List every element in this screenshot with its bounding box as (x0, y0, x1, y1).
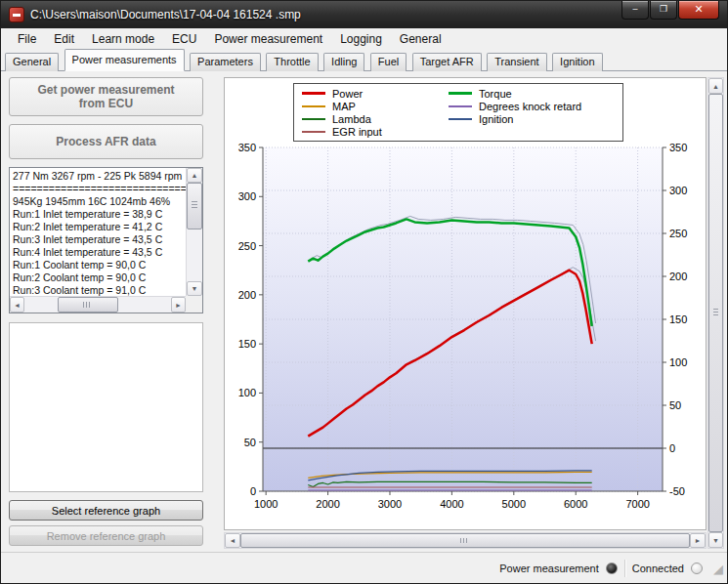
tab-transient[interactable]: Transient (487, 53, 546, 71)
info-line: Run:3 Coolant temp = 91,0 C (13, 284, 183, 296)
scroll-left-icon[interactable]: ◄ (225, 533, 240, 548)
legend-label: Degrees knock retard (479, 101, 581, 112)
menu-edit[interactable]: Edit (45, 30, 83, 48)
legend-item-map: MAP (302, 100, 435, 112)
legend-label: MAP (332, 101, 356, 112)
notes-box[interactable] (9, 322, 203, 492)
power-line-swatch (302, 92, 325, 95)
measurement-info-text: 277 Nm 3267 rpm - 225 Pk 5894 rpm ======… (10, 168, 186, 296)
menu-logging[interactable]: Logging (331, 30, 391, 48)
scroll-down-icon[interactable]: ▼ (187, 281, 202, 296)
tab-fuel[interactable]: Fuel (370, 53, 407, 71)
tab-throttle[interactable]: Throttle (266, 53, 318, 71)
maximize-button[interactable]: ❐ (650, 1, 677, 20)
chart-horizontal-scrollbar[interactable]: ◄ ► (224, 532, 707, 549)
tab-general[interactable]: General (5, 53, 59, 71)
remove-reference-graph-button[interactable]: Remove reference graph (9, 525, 203, 546)
tab-parameters[interactable]: Parameters (190, 53, 261, 71)
scrollbar-thumb[interactable] (187, 183, 202, 229)
connected-indicator[interactable] (691, 563, 703, 574)
legend-label: Torque (479, 88, 512, 100)
x-axis-label: 5000 (502, 498, 526, 510)
scroll-left-icon[interactable]: ◄ (10, 297, 24, 313)
get-power-measurement-button[interactable]: Get power measurement from ECU (9, 77, 203, 116)
left-axis-label: 150 (238, 338, 256, 350)
torque-line-swatch (449, 92, 472, 95)
info-horizontal-scrollbar[interactable]: ◄ ► (10, 296, 186, 313)
left-axis-label: 250 (238, 240, 256, 252)
scrollbar-track[interactable] (118, 297, 171, 313)
power-measurement-indicator[interactable] (606, 563, 618, 574)
menu-ecu[interactable]: ECU (163, 30, 205, 48)
connected-label: Connected (632, 563, 684, 574)
x-axis-label: 7000 (625, 498, 649, 510)
tab-strip: General Power measurements Parameters Th… (1, 49, 727, 71)
legend-label: Ignition (479, 113, 513, 125)
status-bar: Power measurement Connected ◢ (1, 552, 727, 583)
info-line: 945Kg 1945mm 16C 1024mb 46% (13, 195, 183, 208)
info-vertical-scrollbar[interactable]: ▲ ▼ (186, 168, 202, 296)
chart-vertical-scrollbar[interactable]: ▲ ▼ (707, 77, 724, 549)
scrollbar-thumb[interactable] (708, 94, 723, 532)
x-axis-label: 3000 (378, 498, 402, 510)
info-line: Run:2 Coolant temp = 90,0 C (13, 271, 183, 284)
right-axis-label: 300 (669, 185, 687, 196)
legend-item-torque: Torque (449, 87, 615, 100)
info-line: Run:3 Inlet temperature = 43,5 C (13, 233, 183, 246)
scroll-right-icon[interactable]: ► (690, 533, 706, 548)
info-line: Run:2 Inlet temperature = 41,2 C (13, 221, 183, 233)
scrollbar-track[interactable] (187, 229, 202, 281)
tab-power-measurements[interactable]: Power measurements (64, 49, 185, 71)
legend-item-power: Power (302, 87, 435, 100)
menu-power-measurement[interactable]: Power measurement (205, 30, 331, 48)
x-axis-label: 1000 (254, 498, 278, 510)
title-bar[interactable]: C:\Users\maison\Documents\17-04-04 16152… (1, 1, 727, 28)
map-line-swatch (302, 105, 325, 107)
scroll-up-icon[interactable]: ▲ (187, 168, 202, 183)
scrollbar-corner (186, 296, 202, 313)
window-title: C:\Users\maison\Documents\17-04-04 16152… (30, 1, 301, 28)
right-axis-label: 50 (669, 399, 681, 411)
ignition-line-swatch (449, 118, 472, 120)
tab-ignition[interactable]: Ignition (552, 53, 602, 71)
right-axis-label: 350 (669, 142, 687, 153)
menu-learn-mode[interactable]: Learn mode (83, 30, 163, 48)
power-torque-chart: 3503002502001501005003503002502001501005… (225, 78, 706, 529)
resize-grip-icon[interactable]: ◢ (713, 563, 723, 575)
close-button[interactable]: ✕ (678, 1, 719, 20)
legend-item-egr-input: EGR input (302, 125, 435, 138)
scrollbar-thumb[interactable] (240, 533, 690, 548)
scroll-down-icon[interactable]: ▼ (708, 532, 723, 548)
app-icon (9, 7, 24, 22)
tab-target-afr[interactable]: Target AFR (412, 53, 482, 71)
info-line: Run:1 Coolant temp = 90,0 C (13, 259, 183, 271)
scrollbar-track[interactable] (24, 297, 58, 313)
knock-retard-line-swatch (449, 105, 472, 107)
lambda-line-swatch (302, 118, 325, 120)
scrollbar-thumb[interactable] (58, 297, 118, 313)
right-axis-label: 0 (669, 442, 675, 454)
legend-item-lambda: Lambda (302, 112, 435, 125)
menu-bar: File Edit Learn mode ECU Power measureme… (1, 28, 727, 49)
menu-general[interactable]: General (391, 30, 450, 48)
select-reference-graph-button[interactable]: Select reference graph (9, 500, 203, 521)
info-line: ========================================… (13, 183, 183, 195)
tab-idling[interactable]: Idling (323, 53, 364, 71)
left-axis-label: 350 (238, 142, 256, 153)
process-afr-data-button[interactable]: Process AFR data (9, 124, 203, 159)
minimize-button[interactable]: – (621, 1, 649, 20)
right-axis-label: 150 (669, 313, 687, 325)
x-axis-label: 6000 (564, 498, 587, 510)
x-axis-label: 2000 (316, 498, 339, 510)
scroll-right-icon[interactable]: ► (171, 297, 186, 313)
right-axis-label: 100 (669, 356, 687, 368)
menu-file[interactable]: File (9, 30, 45, 48)
measurement-info-box[interactable]: 277 Nm 3267 rpm - 225 Pk 5894 rpm ======… (9, 167, 203, 313)
info-line: 277 Nm 3267 rpm - 225 Pk 5894 rpm (13, 170, 183, 183)
power-chart-panel: 3503002502001501005003503002502001501005… (224, 77, 707, 530)
egr-line-swatch (302, 131, 325, 133)
scroll-up-icon[interactable]: ▲ (708, 78, 723, 94)
left-axis-label: 50 (244, 437, 256, 448)
legend-item-ignition: Ignition (449, 112, 615, 125)
legend-item-knock-retard: Degrees knock retard (449, 100, 615, 112)
